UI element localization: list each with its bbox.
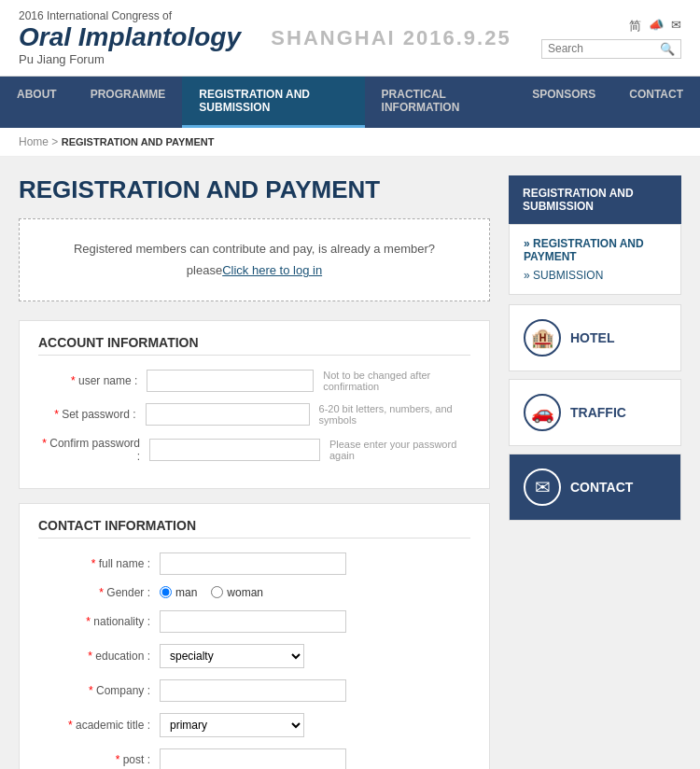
gender-man-radio[interactable] bbox=[160, 586, 172, 598]
username-group: user name : Not to be changed after conf… bbox=[38, 370, 470, 392]
confirm-password-label: Confirm password : bbox=[38, 437, 149, 463]
sidebar-item-traffic[interactable]: 🚗 TRAFFIC bbox=[509, 379, 681, 446]
confirm-password-input[interactable] bbox=[149, 439, 320, 461]
confirm-password-hint: Please enter your password again bbox=[329, 439, 470, 461]
post-input[interactable] bbox=[160, 748, 346, 769]
gender-group: Gender : man woman bbox=[38, 586, 470, 599]
gender-radio-group: man woman bbox=[160, 586, 263, 599]
post-label: post : bbox=[38, 753, 160, 766]
academic-title-select[interactable]: primary bbox=[160, 713, 304, 737]
sidebar-submission[interactable]: SUBMISSION bbox=[524, 266, 666, 285]
contact-section: CONTACT INFORMATION full name : Gender :… bbox=[19, 503, 490, 769]
contact-icon: ✉ bbox=[524, 468, 561, 506]
main-nav: ABOUT PROGRAMME REGISTRATION AND SUBMISS… bbox=[0, 77, 700, 128]
sidebar: REGISTRATION AND SUBMISSION REGISTRATION… bbox=[509, 175, 681, 769]
sidebar-traffic-label: TRAFFIC bbox=[570, 405, 626, 420]
notice-link[interactable]: Click here to log in bbox=[222, 263, 322, 277]
breadcrumb: Home > REGISTRATION AND PAYMENT bbox=[0, 128, 700, 157]
password-group: Set password : 6-20 bit letters, numbers… bbox=[38, 403, 470, 426]
sidebar-item-contact[interactable]: ✉ CONTACT bbox=[509, 454, 681, 521]
gender-man-label[interactable]: man bbox=[160, 586, 197, 599]
confirm-password-group: Confirm password : Please enter your pas… bbox=[38, 437, 470, 463]
education-label: education : bbox=[38, 650, 160, 663]
main-container: REGISTRATION AND PAYMENT Registered memb… bbox=[0, 157, 700, 769]
nav-programme[interactable]: PROGRAMME bbox=[74, 77, 183, 128]
sidebar-reg-payment[interactable]: REGISTRATION AND PAYMENT bbox=[524, 234, 666, 266]
fullname-group: full name : bbox=[38, 552, 470, 575]
gender-label: Gender : bbox=[38, 586, 160, 599]
notice-box: Registered members can contribute and pa… bbox=[19, 218, 490, 301]
notice-text: Registered members can contribute and pa… bbox=[74, 242, 435, 256]
password-label: Set password : bbox=[38, 408, 146, 421]
header-icons: 简 📣 ✉ bbox=[629, 18, 681, 35]
nav-about[interactable]: ABOUT bbox=[0, 77, 74, 128]
search-bar[interactable]: 🔍 bbox=[541, 39, 681, 59]
account-section: ACCOUNT INFORMATION user name : Not to b… bbox=[19, 320, 490, 489]
notice-link-prefix: please bbox=[187, 263, 222, 277]
company-input[interactable] bbox=[160, 679, 346, 702]
traffic-icon: 🚗 bbox=[524, 394, 561, 431]
weibo-icon[interactable]: 📣 bbox=[649, 18, 664, 35]
academic-title-group: academic title : primary bbox=[38, 713, 470, 737]
header: 2016 International Congress of Oral Impl… bbox=[0, 0, 700, 77]
gender-woman-radio[interactable] bbox=[211, 586, 223, 598]
sidebar-contact-label: CONTACT bbox=[570, 480, 633, 495]
gender-woman-label[interactable]: woman bbox=[211, 586, 263, 599]
username-hint: Not to be changed after confirmation bbox=[323, 370, 470, 392]
sidebar-header: REGISTRATION AND SUBMISSION bbox=[509, 175, 681, 224]
logo-sub: Pu Jiang Forum bbox=[19, 52, 241, 66]
sidebar-hotel-label: HOTEL bbox=[570, 330, 614, 345]
content-area: REGISTRATION AND PAYMENT Registered memb… bbox=[19, 175, 490, 769]
nav-practical[interactable]: PRACTICAL INFORMATION bbox=[365, 77, 516, 128]
page-title: REGISTRATION AND PAYMENT bbox=[19, 175, 490, 204]
nav-contact[interactable]: CONTACT bbox=[612, 77, 700, 128]
language-icon[interactable]: 简 bbox=[629, 18, 641, 35]
nationality-label: nationality : bbox=[38, 615, 160, 628]
breadcrumb-current: REGISTRATION AND PAYMENT bbox=[62, 136, 215, 147]
company-label: Company : bbox=[38, 684, 160, 697]
company-group: Company : bbox=[38, 679, 470, 702]
logo: 2016 International Congress of Oral Impl… bbox=[19, 9, 241, 66]
post-group: post : bbox=[38, 748, 470, 769]
username-input[interactable] bbox=[147, 370, 314, 392]
sidebar-item-hotel[interactable]: 🏨 HOTEL bbox=[509, 304, 681, 371]
sidebar-submenu: REGISTRATION AND PAYMENT SUBMISSION bbox=[509, 224, 681, 295]
logo-top: 2016 International Congress of bbox=[19, 9, 241, 22]
fullname-input[interactable] bbox=[160, 552, 346, 575]
education-select[interactable]: specialty bbox=[160, 644, 304, 668]
password-hint: 6-20 bit letters, numbers, and symbols bbox=[319, 403, 470, 426]
nav-registration[interactable]: REGISTRATION AND SUBMISSION bbox=[182, 77, 364, 128]
academic-title-label: academic title : bbox=[38, 719, 160, 732]
account-section-title: ACCOUNT INFORMATION bbox=[38, 335, 470, 356]
logo-main: Oral Implantology bbox=[19, 22, 241, 52]
nationality-group: nationality : bbox=[38, 610, 470, 633]
education-group: education : specialty bbox=[38, 644, 470, 668]
search-icon[interactable]: 🔍 bbox=[660, 42, 675, 56]
password-input[interactable] bbox=[146, 403, 310, 426]
nationality-input[interactable] bbox=[160, 610, 346, 633]
header-right: 简 📣 ✉ 🔍 bbox=[541, 18, 681, 59]
email-icon[interactable]: ✉ bbox=[671, 18, 681, 35]
nav-sponsors[interactable]: SPONSORS bbox=[515, 77, 612, 128]
fullname-label: full name : bbox=[38, 557, 160, 570]
breadcrumb-home[interactable]: Home bbox=[19, 135, 49, 148]
contact-section-title: CONTACT INFORMATION bbox=[38, 518, 470, 538]
hotel-icon: 🏨 bbox=[524, 319, 561, 357]
username-label: user name : bbox=[38, 374, 147, 387]
search-input[interactable] bbox=[548, 42, 660, 55]
site-title: SHANGHAI 2016.9.25 bbox=[271, 26, 511, 49]
